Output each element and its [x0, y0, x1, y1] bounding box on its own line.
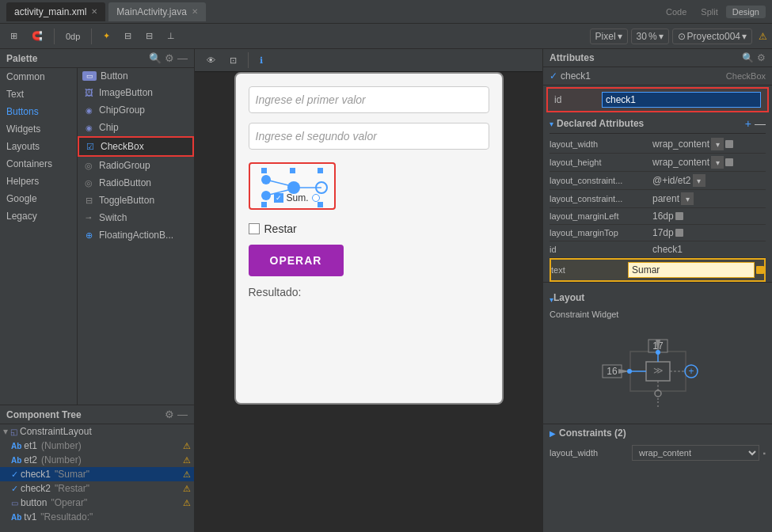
- toolbar-magic-btn[interactable]: ✦: [97, 28, 116, 44]
- attr-layout-height-label: layout_height: [550, 158, 652, 167]
- tree-panel-header: Component Tree ⚙ —: [0, 405, 194, 424]
- attr-settings-icon[interactable]: ⚙: [757, 52, 766, 63]
- attr-constraint1-dropdown[interactable]: ▾: [693, 174, 705, 187]
- palette-search-icon[interactable]: 🔍: [149, 52, 162, 64]
- palette-item-button-label: Button: [101, 70, 128, 82]
- input-field-2[interactable]: Ingrese el segundo valor: [249, 123, 489, 150]
- tree-tv1-sublabel: "Resultado:": [40, 511, 93, 522]
- design-info-btn[interactable]: ℹ: [254, 53, 268, 68]
- tree-minimize-icon[interactable]: —: [177, 408, 188, 420]
- tree-item-et1[interactable]: Ab et1 (Number) ⚠: [0, 439, 194, 453]
- toolbar-orient-btn[interactable]: ⊞: [5, 28, 23, 44]
- declared-attrs-remove[interactable]: —: [755, 117, 766, 130]
- design-eye-btn[interactable]: 👁: [201, 53, 221, 67]
- attr-id2-value: check1: [652, 244, 766, 255]
- palette-item-checkbox[interactable]: ☑ CheckBox: [78, 136, 194, 157]
- cat-buttons[interactable]: Buttons: [0, 103, 77, 120]
- palette-item-togglebutton[interactable]: ⊟ ToggleButton: [78, 192, 194, 209]
- layout-section: ▾ Layout Constraint Widget 17 16: [543, 282, 772, 424]
- tab-mainactivity-java-close[interactable]: ✕: [192, 7, 198, 16]
- attr-search-icon[interactable]: 🔍: [742, 52, 754, 63]
- toolbar-magnet-btn[interactable]: 🧲: [26, 28, 48, 44]
- cat-text[interactable]: Text: [0, 86, 77, 103]
- pixel-dropdown[interactable]: Pixel ▾: [590, 28, 628, 44]
- toolbar-constraints-btn[interactable]: 0dp: [60, 29, 86, 44]
- attr-layout-width-dropdown[interactable]: ▾: [711, 138, 724, 150]
- attr-margin-left-value: 16dp: [652, 211, 766, 222]
- layout-width-select[interactable]: wrap_content match_parent match_constrai…: [632, 445, 759, 461]
- attr-row-margin-left: layout_marginLeft 16dp: [550, 208, 766, 225]
- attr-row-margin-top: layout_marginTop 17dp: [550, 225, 766, 241]
- palette-settings-icon[interactable]: ⚙: [165, 52, 174, 64]
- svg-point-3: [261, 175, 271, 184]
- chip-icon: ◉: [82, 121, 95, 134]
- cat-containers[interactable]: Containers: [0, 155, 77, 173]
- tab-activity-xml-close[interactable]: ✕: [91, 7, 97, 16]
- palette-panel: Palette 🔍 ⚙ — Common Text Buttons Widget…: [0, 49, 195, 405]
- node-checkbox: ✓: [274, 193, 283, 203]
- attr-text-input[interactable]: [628, 262, 755, 278]
- cat-widgets[interactable]: Widgets: [0, 120, 77, 138]
- palette-item-imagebutton[interactable]: 🖼 ImageButton: [78, 84, 194, 101]
- tree-expand-root: ▾: [3, 426, 8, 437]
- toolbar-align-btn[interactable]: ⊟: [119, 28, 137, 44]
- tree-item-button[interactable]: ▭ button "Operar" ⚠: [0, 496, 194, 510]
- palette-item-radiogroup[interactable]: ◎ RadioGroup: [78, 157, 194, 174]
- attr-constraint1-text: @+id/et2: [652, 175, 691, 186]
- palette-item-chip[interactable]: ◉ Chip: [78, 119, 194, 136]
- input-field-1[interactable]: Ingrese el primer valor: [249, 86, 489, 113]
- chipgroup-icon: ◉: [82, 104, 95, 116]
- zoom-dropdown[interactable]: 30 % ▾: [631, 28, 669, 44]
- attr-layout-height-dropdown[interactable]: ▾: [711, 156, 724, 169]
- component-tree-panel: Component Tree ⚙ — ▾ ◱ ConstraintLayout …: [0, 405, 195, 532]
- palette-item-fab[interactable]: ⊕ FloatingActionB...: [78, 226, 194, 244]
- checkbox-icon: ☑: [84, 140, 97, 153]
- tree-et1-sublabel: (Number): [41, 440, 82, 451]
- tree-check2-icon: ✓: [11, 484, 18, 494]
- attr-row-id: id check1: [550, 241, 766, 258]
- cat-helpers[interactable]: Helpers: [0, 173, 77, 190]
- palette-item-chipgroup[interactable]: ◉ ChipGroup: [78, 101, 194, 119]
- tree-item-check2[interactable]: ✓ check2 "Restar" ⚠: [0, 481, 194, 496]
- cat-layouts[interactable]: Layouts: [0, 138, 77, 155]
- attr-constraint2-dropdown[interactable]: ▾: [681, 192, 694, 205]
- tree-et1-label: et1: [24, 440, 37, 451]
- attr-text-label: text: [551, 265, 628, 275]
- tab-design[interactable]: Design: [726, 6, 766, 18]
- palette-minimize-icon[interactable]: —: [177, 52, 188, 64]
- attr-constraint1-label: layout_constraint...: [550, 176, 652, 185]
- declared-attrs-add[interactable]: +: [745, 117, 751, 130]
- palette-item-button[interactable]: ▭ Button: [78, 68, 194, 84]
- design-canvas: 👁 ⊡ ℹ ⚡ Ingrese el primer valor Ingrese …: [195, 49, 542, 405]
- tree-item-tv1[interactable]: Ab tv1 "Resultado:": [0, 510, 194, 524]
- tree-item-check1[interactable]: ✓ check1 "Sumar" ⚠: [0, 467, 194, 481]
- button-icon: ▭: [82, 71, 97, 81]
- toolbar-align3-btn[interactable]: ⊥: [162, 28, 181, 44]
- toolbar-align2-btn[interactable]: ⊟: [140, 28, 158, 44]
- tree-button-icon: ▭: [11, 499, 18, 507]
- attr-margin-left-text: 16dp: [652, 211, 674, 222]
- attr-id-input[interactable]: [602, 92, 761, 108]
- cat-google[interactable]: Google: [0, 190, 77, 207]
- tab-activity-xml[interactable]: activity_main.xml ✕: [6, 2, 105, 21]
- cat-legacy[interactable]: Legacy: [0, 207, 77, 225]
- tab-code[interactable]: Code: [660, 6, 693, 18]
- operar-button[interactable]: OPERAR: [249, 245, 344, 276]
- tree-button-label: button: [21, 497, 47, 508]
- node-checkbox-check: ✓: [276, 194, 282, 202]
- cat-common[interactable]: Common: [0, 68, 77, 86]
- tab-split[interactable]: Split: [694, 6, 724, 18]
- palette-item-radiobutton[interactable]: ◎ RadioButton: [78, 174, 194, 192]
- toolbar-sep2: [91, 28, 92, 44]
- tab-mainactivity-java[interactable]: MainActivity.java ✕: [108, 2, 205, 21]
- layout-width-row: layout_width wrap_content match_parent m…: [543, 442, 772, 464]
- tree-item-root[interactable]: ▾ ◱ ConstraintLayout: [0, 424, 194, 439]
- tree-settings-icon[interactable]: ⚙: [165, 408, 174, 420]
- design-blueprint-btn[interactable]: ⊡: [224, 53, 242, 68]
- project-dropdown[interactable]: ⊙ Proyecto004 ▾: [672, 28, 752, 44]
- constraints-toggle[interactable]: ▶ Constraints (2): [543, 424, 772, 442]
- layout-width-attr-label: layout_width: [550, 448, 629, 458]
- tree-item-et2[interactable]: Ab et2 (Number) ⚠: [0, 453, 194, 467]
- checkbox-restar[interactable]: [249, 223, 260, 234]
- palette-item-switch[interactable]: ⊸ Switch: [78, 209, 194, 226]
